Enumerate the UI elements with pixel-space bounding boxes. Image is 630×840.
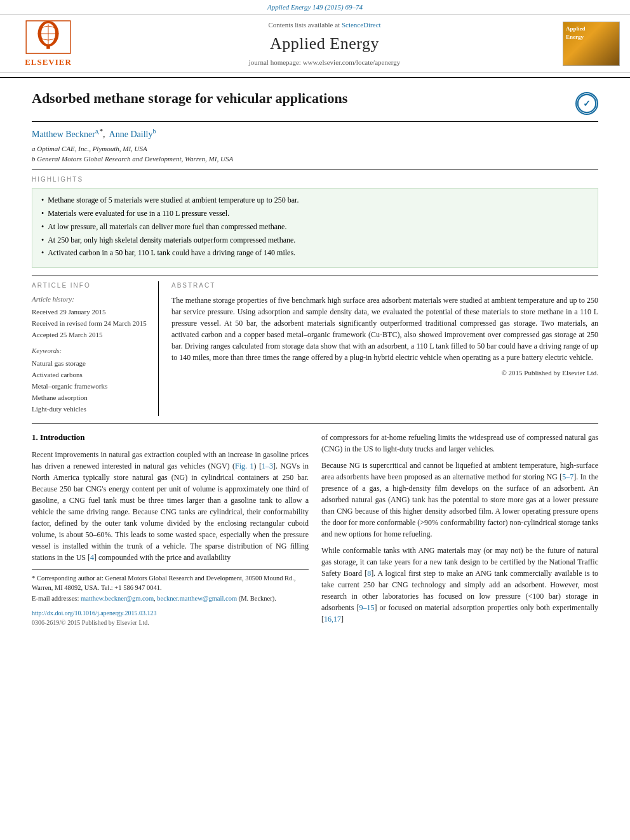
right-para-1: of compressors for at-home refueling lim… <box>321 432 598 455</box>
body-section: 1. Introduction Recent improvements in n… <box>32 423 598 630</box>
applied-energy-logo-box: AppliedEnergy <box>563 22 620 66</box>
author2-super: b <box>152 128 156 135</box>
article-title: Adsorbed methane storage for vehicular a… <box>32 90 575 108</box>
highlight-item-5: • Activated carbon in a 50 bar, 110 L ta… <box>41 248 589 258</box>
issn-text: 0306-2619/© 2015 Published by Elsevier L… <box>32 618 309 628</box>
doi-link[interactable]: http://dx.doi.org/10.1016/j.apenergy.201… <box>32 610 156 617</box>
footnote-email: E-mail addresses: matthew.beckner@gm.com… <box>32 594 309 604</box>
bullet-4: • <box>41 235 44 246</box>
journal-citation-text: Applied Energy 149 (2015) 69–74 <box>267 3 363 11</box>
header-content: ELSEVIER Contents lists available at Sci… <box>0 14 630 73</box>
author2-link[interactable]: Anne Dailly <box>109 129 153 138</box>
authors-section: Matthew Becknera,*, Anne Daillyb a Optim… <box>32 127 598 164</box>
ref5-7-link[interactable]: 5–7 <box>562 472 573 481</box>
highlight-item-3: • At low pressure, all materials can del… <box>41 222 589 232</box>
footnotes-section: * Corresponding author at: General Motor… <box>32 570 309 627</box>
highlights-label: HIGHLIGHTS <box>32 175 598 185</box>
journal-homepage: journal homepage: www.elsevier.com/locat… <box>86 58 563 68</box>
article-title-section: Adsorbed methane storage for vehicular a… <box>32 90 598 122</box>
intro-heading: 1. Introduction <box>32 432 309 444</box>
doi-text: http://dx.doi.org/10.1016/j.apenergy.201… <box>32 609 309 618</box>
footnote-star: * Corresponding author at: General Motor… <box>32 574 309 592</box>
accepted-date: Accepted 25 March 2015 <box>32 330 149 340</box>
affiliations: a Optimal CAE, Inc., Plymouth, MI, USA b… <box>32 143 598 164</box>
affiliation-a: a Optimal CAE, Inc., Plymouth, MI, USA <box>32 143 598 154</box>
elsevier-logo: ELSEVIER <box>10 20 86 69</box>
abstract-label: ABSTRACT <box>171 281 598 291</box>
email1-link[interactable]: matthew.beckner@gm.com <box>81 595 154 602</box>
keyword-4: Methane adsorption <box>32 393 149 403</box>
keywords-label: Keywords: <box>32 346 149 356</box>
author1-super: a, <box>95 128 100 135</box>
keyword-2: Activated carbons <box>32 370 149 380</box>
bullet-2: • <box>41 208 44 219</box>
ref1-3-link[interactable]: 1–3 <box>262 462 273 470</box>
bullet-3: • <box>41 222 44 232</box>
article-info-label: ARTICLE INFO <box>32 281 149 291</box>
applied-energy-logo-text: AppliedEnergy <box>566 25 586 41</box>
highlight-item-1: • Methane storage of 5 materials were st… <box>41 195 589 206</box>
highlight-item-2: • Materials were evaluated for use in a … <box>41 208 589 219</box>
bullet-1: • <box>41 195 44 206</box>
body-right-column: of compressors for at-home refueling lim… <box>321 432 598 630</box>
elsevier-tree-icon <box>23 20 74 55</box>
affiliation-b: b General Motors Global Research and Dev… <box>32 154 598 164</box>
body-left-column: 1. Introduction Recent improvements in n… <box>32 432 309 630</box>
journal-citation: Applied Energy 149 (2015) 69–74 <box>0 0 630 14</box>
article-history-label: Article history: <box>32 295 149 305</box>
keywords-section: Keywords: Natural gas storage Activated … <box>32 346 149 415</box>
ref8-link[interactable]: 8 <box>367 569 371 578</box>
science-direct-info: Contents lists available at ScienceDirec… <box>86 20 563 30</box>
ref4-link[interactable]: 4 <box>90 553 94 562</box>
svg-text:✓: ✓ <box>583 98 591 109</box>
email2-link[interactable]: beckner.matthew@gmail.com <box>157 595 237 602</box>
abstract-column: ABSTRACT The methane storage properties … <box>171 281 598 416</box>
crossmark-icon: ✓ <box>577 92 597 115</box>
author1-link[interactable]: Matthew Beckner <box>32 129 95 138</box>
ref9-15-link[interactable]: 9–15 <box>359 603 374 612</box>
elsevier-brand-text: ELSEVIER <box>25 57 72 69</box>
keyword-3: Metal–organic frameworks <box>32 382 149 392</box>
authors-line: Matthew Becknera,*, Anne Daillyb <box>32 127 598 141</box>
journal-header: Applied Energy 149 (2015) 69–74 ELSEVI <box>0 0 630 78</box>
abstract-copyright: © 2015 Published by Elsevier Ltd. <box>171 368 598 378</box>
highlights-box: • Methane storage of 5 materials were st… <box>32 188 598 268</box>
header-center: Contents lists available at ScienceDirec… <box>86 20 563 68</box>
crossmark-badge: ✓ <box>575 92 598 115</box>
bullet-5: • <box>41 248 44 258</box>
right-para-2: Because NG is supercritical and cannot b… <box>321 460 598 540</box>
doi-section: http://dx.doi.org/10.1016/j.apenergy.201… <box>32 609 309 627</box>
received-date: Received 29 January 2015 <box>32 307 149 317</box>
fig1-link[interactable]: Fig. 1 <box>235 462 254 470</box>
journal-title: Applied Energy <box>86 32 563 56</box>
keyword-1: Natural gas storage <box>32 359 149 369</box>
abstract-text: The methane storage properties of five b… <box>171 295 598 363</box>
ref16-17-link[interactable]: 16,17 <box>324 615 341 623</box>
keyword-5: Light-duty vehicles <box>32 404 149 415</box>
revised-date: Received in revised form 24 March 2015 <box>32 319 149 329</box>
article-info-column: ARTICLE INFO Article history: Received 2… <box>32 281 159 416</box>
highlight-item-4: • At 250 bar, only high skeletal density… <box>41 235 589 246</box>
highlights-section: HIGHLIGHTS • Methane storage of 5 materi… <box>32 170 598 268</box>
info-abstract-section: ARTICLE INFO Article history: Received 2… <box>32 276 598 416</box>
intro-para-1: Recent improvements in natural gas extra… <box>32 449 309 563</box>
science-direct-link[interactable]: ScienceDirect <box>342 21 381 29</box>
right-para-3: While conformable tanks with ANG materia… <box>321 545 598 625</box>
main-content: Adsorbed methane storage for vehicular a… <box>0 78 630 640</box>
